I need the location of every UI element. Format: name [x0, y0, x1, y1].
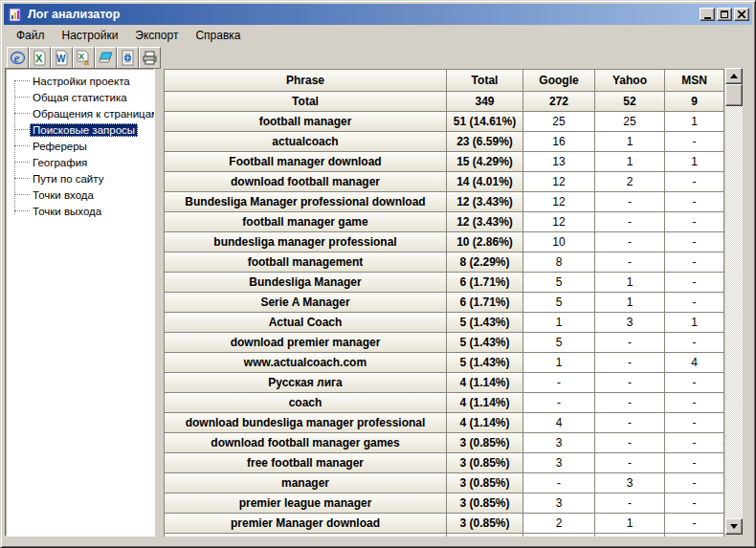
google-cell: - — [523, 393, 595, 413]
tree-branch-line — [14, 97, 30, 98]
total-cell: 3 (0.85%) — [447, 493, 523, 514]
phrase-cell: download football manager games — [165, 433, 447, 453]
table-body: Total349272529football manager51 (14.61%… — [165, 92, 724, 537]
msn-cell: - — [665, 293, 724, 313]
total-cell: 3 (0.85%) — [447, 514, 523, 534]
table-row: Actual Coach5 (1.43%)131 — [165, 313, 724, 333]
google-cell: 5 — [523, 273, 595, 293]
tree-branch-line — [14, 162, 30, 163]
table-row: football management8 (2.29%)8-- — [165, 252, 724, 273]
sidebar-item-project-settings[interactable]: Настройки проекта — [6, 73, 154, 89]
sidebar-item-label: Точки выхода — [30, 205, 104, 218]
app-window: Лог анализатор ФайлНастройкиЭкспортСправ… — [0, 0, 756, 548]
sidebar-item-page-hits[interactable]: Обращения к страницам — [6, 105, 154, 121]
yahoo-cell: - — [595, 212, 665, 232]
msn-cell: - — [665, 252, 724, 273]
sidebar-item-exit-points[interactable]: Точки выхода — [6, 203, 154, 219]
msn-cell: 9 — [665, 92, 724, 112]
sidebar-item-label: География — [30, 156, 90, 169]
menu-export[interactable]: Экспорт — [126, 27, 187, 44]
sidebar-item-geography[interactable]: География — [6, 154, 154, 170]
print-button[interactable] — [139, 47, 161, 69]
close-button[interactable] — [734, 8, 749, 21]
scroll-down-button[interactable] — [725, 518, 743, 535]
menu-settings[interactable]: Настройки — [54, 27, 127, 44]
total-cell: 8 (2.29%) — [447, 252, 523, 273]
google-cell: 25 — [523, 112, 595, 132]
excel-icon: X — [32, 50, 48, 66]
menu-file[interactable]: Файл — [8, 27, 54, 44]
export-word-button[interactable]: W — [51, 47, 73, 69]
toolbar: e X W X a — [4, 46, 752, 70]
book-icon — [98, 50, 114, 66]
phrase-cell: premier Manager download — [165, 514, 447, 534]
sidebar-item-site-paths[interactable]: Пути по сайту — [6, 170, 154, 186]
sidebar-item-search-queries[interactable]: Поисковые запросы — [6, 121, 154, 138]
table-row: download football manager games3 (0.85%)… — [165, 433, 724, 453]
app-icon — [8, 7, 23, 22]
google-cell: 10 — [523, 232, 595, 252]
vertical-scrollbar[interactable] — [725, 68, 743, 535]
report-book-button[interactable] — [95, 47, 117, 69]
scrollbar-thumb[interactable] — [725, 84, 743, 106]
google-cell: 16 — [523, 132, 595, 152]
google-cell: 12 — [523, 172, 595, 192]
phrase-cell: manager — [165, 473, 447, 493]
total-cell: 3 (0.85%) — [447, 453, 523, 473]
close-icon — [738, 11, 745, 18]
total-cell: 5 (1.43%) — [447, 353, 523, 373]
maximize-icon — [721, 11, 728, 18]
google-cell: 272 — [523, 92, 595, 112]
msn-cell: - — [665, 393, 724, 413]
menu-help[interactable]: Справка — [187, 27, 249, 44]
window-title: Лог анализатор — [28, 8, 120, 21]
table-row: coach4 (1.14%)--- — [165, 393, 724, 413]
sidebar-item-entry-points[interactable]: Точки входа — [6, 186, 154, 203]
yahoo-cell: 1 — [595, 132, 665, 152]
yahoo-cell: 3 — [595, 473, 665, 493]
total-cell: 6 (1.71%) — [447, 293, 523, 313]
sidebar-item-referrers[interactable]: Рефереры — [6, 138, 154, 154]
yahoo-cell: 52 — [595, 92, 665, 112]
total-cell: 4 (1.14%) — [447, 413, 523, 433]
msn-cell: - — [665, 453, 724, 473]
minimize-button[interactable] — [700, 8, 715, 21]
phrase-cell: coach — [165, 393, 447, 413]
export-csv-button[interactable]: X a — [73, 47, 95, 69]
phrase-cell: Actual Coach — [165, 313, 447, 333]
menu-bar: ФайлНастройкиЭкспортСправка — [4, 26, 752, 45]
table-row: Serie A Manager6 (1.71%)51- — [165, 293, 724, 313]
preview-button[interactable] — [117, 47, 139, 69]
scroll-up-button[interactable] — [725, 68, 743, 84]
phrase-cell: www.actualcoach.com — [165, 353, 447, 373]
msn-cell: - — [665, 132, 724, 152]
google-cell: 5 — [523, 293, 595, 313]
window-controls — [698, 8, 749, 21]
maximize-button[interactable] — [717, 8, 732, 21]
sidebar-item-label: Общая статистика — [30, 91, 130, 104]
total-cell: 3 (0.85%) — [447, 473, 523, 493]
phrase-cell: football manager game — [165, 212, 447, 232]
msn-cell: - — [665, 473, 724, 493]
clipped-cell — [523, 534, 595, 537]
yahoo-cell: 1 — [595, 514, 665, 534]
sidebar-item-label: Поисковые запросы — [30, 123, 138, 137]
yahoo-cell: 1 — [595, 293, 665, 313]
sidebar-item-general-stats[interactable]: Общая статистика — [6, 89, 154, 105]
google-cell: 1 — [523, 313, 595, 333]
export-html-button[interactable]: e — [7, 47, 29, 69]
tree-branch-line — [14, 113, 30, 114]
table-row: Bundesliga Manager6 (1.71%)51- — [165, 273, 724, 293]
column-header-yahoo: Yahoo — [595, 70, 665, 92]
document-globe-icon — [120, 50, 136, 66]
title-bar[interactable]: Лог анализатор — [4, 4, 752, 25]
sidebar-item-label: Обращения к страницам — [30, 107, 155, 121]
table-row: www.actualcoach.com5 (1.43%)1-4 — [165, 353, 724, 373]
table-row: free football manager3 (0.85%)3-- — [165, 453, 724, 473]
column-header-phrase: Phrase — [165, 70, 447, 92]
google-cell: 13 — [523, 152, 595, 172]
total-cell: 14 (4.01%) — [447, 172, 523, 192]
table-row: download bundesliga manager professional… — [165, 413, 724, 433]
export-excel-button[interactable]: X — [29, 47, 51, 69]
table-row: Bundesliga Manager professional download… — [165, 192, 724, 212]
